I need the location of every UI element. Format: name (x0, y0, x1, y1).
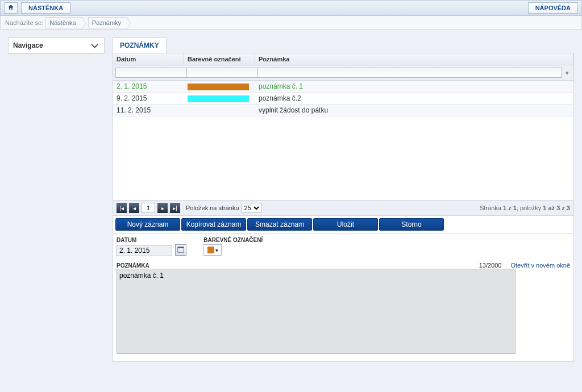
top-bar: NÁSTĚNKA NÁPOVĚDA (0, 0, 582, 16)
next-page-button[interactable]: ▸ (157, 203, 168, 213)
filter-row: ▾ ▾ ▾ (113, 65, 573, 81)
sidebar: Navigace (8, 37, 105, 54)
table-header: Datum Barevné označení Poznámka (113, 53, 573, 65)
col-header-date[interactable]: Datum (113, 53, 184, 65)
breadcrumb-item[interactable]: Nástěnka (45, 17, 82, 28)
save-button[interactable]: Uložit (313, 218, 378, 231)
pager-summary: Stránka 1 z 1, položky 1 až 3 z 3 (480, 205, 570, 211)
cell-note: vyplnit žádost do pátku (255, 105, 573, 116)
sidebar-toggle[interactable]: Navigace (9, 38, 104, 53)
col-header-note[interactable]: Poznámka (255, 53, 573, 65)
per-page-select[interactable]: 25 (242, 203, 261, 213)
pager: |◂ ◂ ▸ ▸| Položek na stránku 25 Stránka … (113, 200, 573, 215)
char-count: 13/2000 (479, 262, 502, 269)
svg-rect-1 (178, 247, 184, 248)
calendar-button[interactable] (175, 244, 186, 256)
col-header-color[interactable]: Barevné označení (184, 53, 255, 65)
filter-icon[interactable]: ▾ (563, 69, 571, 77)
delete-button[interactable]: Smazat záznam (247, 218, 312, 231)
filter-note-input[interactable] (257, 68, 562, 78)
page-input[interactable] (142, 203, 155, 213)
cell-date: 2. 1. 2015 (113, 81, 184, 92)
cell-color (184, 81, 255, 92)
table-row[interactable]: 11. 2. 2015 vyplnit žádost do pátku (113, 105, 573, 116)
edit-form: DATUM BAREVNÉ OZNAČENÍ ▾ (113, 233, 574, 362)
cell-note: poznámka č.2 (255, 93, 573, 104)
chevron-down-icon: ▾ (215, 247, 218, 253)
main-panel: POZNÁMKY Datum Barevné označení Poznámka… (113, 37, 574, 362)
table-body: 2. 1. 2015 poznámka č. 1 9. 2. 2015 pozn… (113, 81, 573, 200)
first-page-button[interactable]: |◂ (117, 203, 127, 213)
chevron-down-icon (91, 41, 98, 48)
color-swatch (188, 95, 249, 102)
sidebar-title: Navigace (13, 41, 43, 49)
table-row[interactable]: 9. 2. 2015 poznámka č.2 (113, 93, 573, 105)
help-button[interactable]: NÁPOVĚDA (528, 2, 578, 14)
per-page-label: Položek na stránku (186, 205, 239, 211)
cell-note: poznámka č. 1 (255, 81, 573, 92)
breadcrumb-item[interactable]: Poznámky (88, 17, 127, 28)
cell-color (184, 105, 255, 116)
home-button[interactable] (4, 2, 18, 14)
cell-date: 11. 2. 2015 (113, 105, 184, 116)
color-dropdown[interactable]: ▾ (203, 244, 222, 256)
new-button[interactable]: Nový záznam (115, 218, 180, 231)
date-input[interactable] (117, 245, 172, 256)
note-textarea[interactable]: poznámka č. 1 (117, 269, 516, 354)
notes-panel: Datum Barevné označení Poznámka ▾ ▾ ▾ (113, 53, 574, 216)
date-label: DATUM (117, 237, 186, 243)
prev-page-button[interactable]: ◂ (129, 203, 139, 213)
color-chip (207, 247, 214, 253)
calendar-icon (177, 246, 184, 254)
home-icon (7, 4, 14, 12)
color-label: BAREVNÉ OZNAČENÍ (203, 237, 263, 243)
breadcrumb: Nacházíte se: Nástěnka Poznámky (0, 16, 582, 30)
cancel-button[interactable]: Storno (379, 218, 444, 231)
note-label: POZNÁMKA (117, 262, 149, 269)
color-swatch (188, 84, 249, 90)
open-new-window-link[interactable]: Otevřít v novém okně (510, 262, 570, 269)
breadcrumb-label: Nacházíte se: (5, 19, 43, 26)
cell-date: 9. 2. 2015 (113, 93, 184, 104)
dashboard-button[interactable]: NÁSTĚNKA (21, 2, 70, 14)
tab-notes[interactable]: POZNÁMKY (113, 37, 167, 53)
copy-button[interactable]: Kopírovat záznam (181, 218, 246, 231)
edit-toolbar: Nový záznam Kopírovat záznam Smazat zázn… (113, 216, 574, 233)
table-row[interactable]: 2. 1. 2015 poznámka č. 1 (113, 81, 573, 93)
cell-color (184, 93, 255, 104)
last-page-button[interactable]: ▸| (170, 203, 180, 213)
